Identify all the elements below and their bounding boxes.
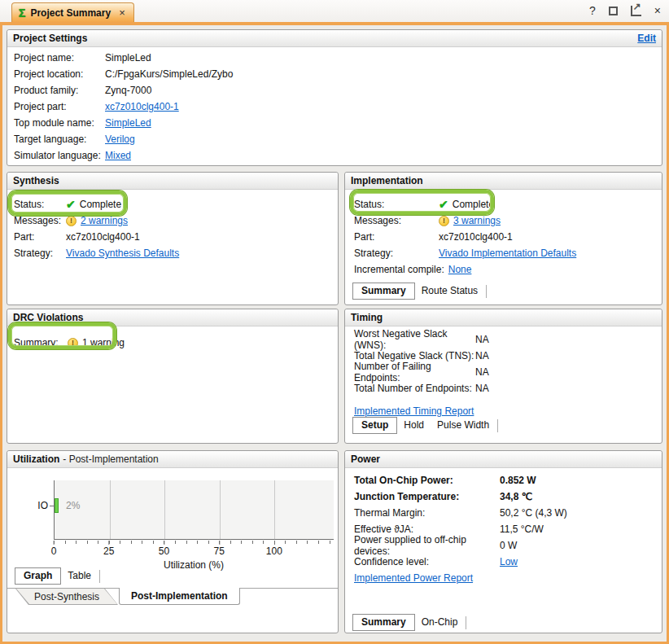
implementation-title: Implementation — [351, 173, 423, 189]
implementation-status-row: Status: ✔ Complete — [345, 196, 662, 212]
document-tab-bar: Σ Project Summary × ? × — [0, 0, 669, 22]
synthesis-panel: Synthesis Status: ✔ Complete Messages: !… — [7, 172, 339, 305]
drc-header: DRC Violations — [7, 309, 338, 326]
utilization-panel: Utilization - Post-Implementation IO 2% … — [7, 450, 339, 633]
project-part-link[interactable]: xc7z010clg400-1 — [105, 101, 179, 112]
x-tick-25: 25 — [103, 542, 114, 557]
tab-post-synthesis[interactable]: Post-Synthesis — [15, 589, 118, 605]
implementation-strategy-link[interactable]: Vivado Implementation Defaults — [439, 248, 576, 259]
gridline-50 — [164, 480, 165, 539]
tab-power-summary[interactable]: Summary — [352, 614, 415, 631]
utilization-bottom-tabs: Post-Synthesis Post-Implementation — [7, 588, 338, 605]
incremental-compile-link[interactable]: None — [448, 264, 472, 275]
float-window-icon[interactable] — [631, 6, 641, 16]
check-icon: ✔ — [66, 199, 76, 210]
utilization-title: Utilization — [13, 451, 59, 467]
implementation-panel: Implementation Status: ✔ Complete Messag… — [344, 172, 662, 305]
tab-power-on-chip[interactable]: On-Chip — [415, 615, 465, 630]
synthesis-header: Synthesis — [7, 173, 338, 190]
project-settings-panel: Project Settings Edit Project name: Simp… — [7, 29, 662, 166]
check-icon: ✔ — [439, 199, 448, 210]
confidence-level-link[interactable]: Low — [500, 556, 518, 567]
gridline-25 — [110, 480, 111, 539]
confidence-level-row: Confidence level: Low — [345, 554, 662, 570]
synthesis-warnings-link[interactable]: 2 warnings — [81, 215, 128, 226]
synthesis-part-row: Part: xc7z010clg400-1 — [7, 229, 338, 245]
wns-row: Worst Negative Slack (WNS): NA — [345, 331, 662, 348]
simulator-language-link[interactable]: Mixed — [105, 150, 131, 161]
x-tick-0: 0 — [51, 542, 57, 557]
help-icon[interactable]: ? — [589, 4, 596, 17]
close-icon[interactable]: × — [654, 4, 661, 17]
tab-close-icon[interactable]: × — [119, 7, 125, 18]
category-label-io: IO — [22, 500, 48, 511]
drc-title: DRC Violations — [13, 309, 83, 326]
x-tick-75: 75 — [213, 542, 224, 557]
junction-temperature-row: Junction Temperature: 34,8 ℃ — [345, 488, 662, 505]
utilization-subtabs: Graph Table — [15, 567, 102, 585]
implementation-part-row: Part: xc7z010clg400-1 — [345, 229, 662, 245]
tab-post-implementation[interactable]: Post-Implementation — [119, 588, 240, 605]
timing-panel: Timing Worst Negative Slack (WNS): NA To… — [344, 309, 662, 444]
sigma-icon: Σ — [19, 7, 25, 19]
warning-icon: ! — [68, 338, 78, 348]
x-axis-minor-ticks — [54, 541, 334, 544]
maximize-icon[interactable] — [609, 7, 618, 15]
tab-util-table[interactable]: Table — [61, 568, 98, 584]
tab-project-summary[interactable]: Σ Project Summary × — [11, 2, 134, 22]
bar-value-label: 2% — [66, 498, 80, 513]
tab-timing-pulse-width[interactable]: Pulse Width — [431, 418, 496, 433]
synthesis-strategy-row: Strategy: Vivado Synthesis Defaults — [7, 245, 338, 261]
tab-timing-setup[interactable]: Setup — [352, 417, 397, 434]
implementation-warnings-link[interactable]: 3 warnings — [453, 215, 501, 226]
power-header: Power — [345, 451, 662, 468]
implemented-power-report-link[interactable]: Implemented Power Report — [354, 572, 473, 584]
target-language-row: Target language: Verilog — [7, 131, 662, 147]
gridline-75 — [220, 480, 221, 539]
implementation-header: Implementation — [345, 173, 662, 190]
gridline-100 — [274, 480, 275, 539]
edit-link[interactable]: Edit — [637, 30, 656, 46]
synthesis-status-row: Status: ✔ Complete — [7, 196, 338, 212]
simulator-language-row: Simulator language: Mixed — [7, 147, 662, 164]
project-name-row: Project name: SimpleLed — [7, 50, 662, 66]
drc-summary-row: Summary: ! 1 warning — [7, 335, 338, 351]
tab-impl-route-status[interactable]: Route Status — [415, 283, 484, 299]
drc-violations-panel: DRC Violations Summary: ! 1 warning — [7, 309, 339, 444]
vivado-project-summary-window: Σ Project Summary × ? × Project Settings… — [0, 0, 669, 644]
synthesis-strategy-link[interactable]: Vivado Synthesis Defaults — [66, 248, 179, 259]
utilization-subtitle: - Post-Implementation — [63, 451, 158, 467]
implementation-messages-row: Messages: ! 3 warnings — [345, 212, 662, 229]
total-on-chip-power-row: Total On-Chip Power: 0.852 W — [345, 472, 662, 488]
implemented-timing-report-link[interactable]: Implemented Timing Report — [354, 405, 474, 417]
tab-label: Project Summary — [30, 7, 111, 19]
total-endpoints-row: Total Number of Endpoints: NA — [345, 380, 662, 396]
utilization-bar[interactable] — [55, 498, 59, 513]
power-subtabs: Summary On-Chip — [352, 614, 468, 631]
product-family-row: Product family: Zynq-7000 — [7, 82, 662, 99]
project-settings-header: Project Settings Edit — [7, 30, 662, 47]
tab-timing-hold[interactable]: Hold — [397, 418, 431, 433]
project-location-row: Project location: C:/FpgaKurs/SimpleLed/… — [7, 66, 662, 82]
tab-util-graph[interactable]: Graph — [15, 567, 61, 585]
target-language-link[interactable]: Verilog — [105, 134, 135, 145]
window-controls: ? × — [589, 4, 661, 17]
timing-header: Timing — [345, 309, 662, 326]
incremental-compile-row: Incremental compile: None — [345, 261, 662, 278]
project-part-row: Project part: xc7z010clg400-1 — [7, 99, 662, 115]
power-panel: Power Total On-Chip Power: 0.852 W Junct… — [344, 450, 662, 633]
implementation-strategy-row: Strategy: Vivado Implementation Defaults — [345, 245, 662, 261]
timing-subtabs: Setup Hold Pulse Width — [352, 417, 500, 434]
top-module-link[interactable]: SimpleLed — [105, 117, 151, 129]
timing-title: Timing — [351, 309, 383, 326]
implementation-subtabs: Summary Route Status — [352, 283, 488, 300]
utilization-header: Utilization - Post-Implementation — [7, 451, 338, 468]
tab-impl-summary[interactable]: Summary — [352, 283, 415, 300]
thermal-margin-row: Thermal Margin: 50,2 °C (4,3 W) — [345, 505, 662, 521]
power-title: Power — [351, 451, 380, 467]
synthesis-messages-row: Messages: ! 2 warnings — [7, 212, 338, 229]
power-report-row: Implemented Power Report — [345, 570, 662, 586]
failing-endpoints-row: Number of Failing Endpoints: NA — [345, 364, 662, 380]
project-settings-title: Project Settings — [13, 30, 87, 46]
synthesis-title: Synthesis — [13, 173, 59, 189]
